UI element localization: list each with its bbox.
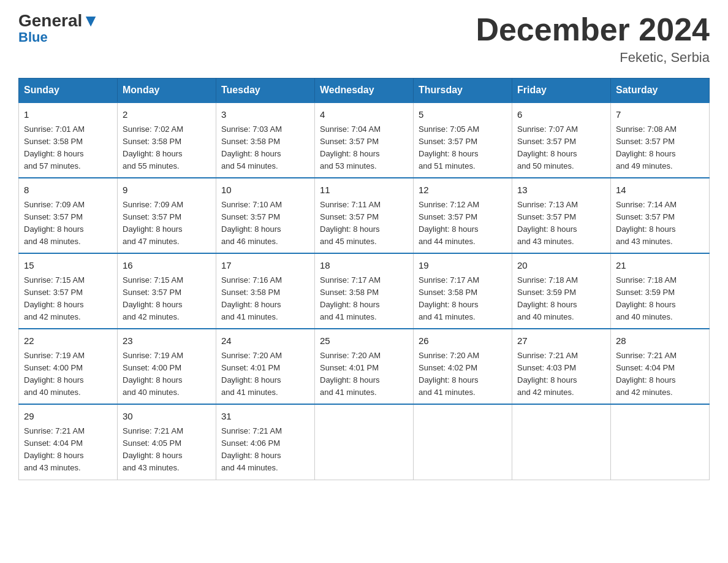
calendar-table: Sunday Monday Tuesday Wednesday Thursday… — [18, 78, 710, 480]
table-row: 17Sunrise: 7:16 AMSunset: 3:58 PMDayligh… — [216, 253, 315, 329]
table-row: 22Sunrise: 7:19 AMSunset: 4:00 PMDayligh… — [19, 329, 118, 404]
table-row: 18Sunrise: 7:17 AMSunset: 3:58 PMDayligh… — [315, 253, 414, 329]
table-row: 23Sunrise: 7:19 AMSunset: 4:00 PMDayligh… — [118, 329, 216, 404]
table-row: 20Sunrise: 7:18 AMSunset: 3:59 PMDayligh… — [512, 253, 611, 329]
table-row: 11Sunrise: 7:11 AMSunset: 3:57 PMDayligh… — [315, 178, 414, 253]
day-number: 21 — [616, 259, 704, 273]
table-row: 9Sunrise: 7:09 AMSunset: 3:57 PMDaylight… — [118, 178, 216, 253]
day-detail: Sunrise: 7:15 AMSunset: 3:57 PMDaylight:… — [24, 274, 112, 324]
day-number: 1 — [24, 108, 112, 122]
table-row: 16Sunrise: 7:15 AMSunset: 3:57 PMDayligh… — [118, 253, 216, 329]
day-detail: Sunrise: 7:19 AMSunset: 4:00 PMDaylight:… — [123, 350, 211, 399]
day-number: 23 — [123, 334, 211, 348]
day-detail: Sunrise: 7:19 AMSunset: 4:00 PMDaylight:… — [24, 350, 112, 399]
day-number: 3 — [221, 108, 309, 122]
table-row: 25Sunrise: 7:20 AMSunset: 4:01 PMDayligh… — [315, 329, 414, 404]
day-detail: Sunrise: 7:13 AMSunset: 3:57 PMDaylight:… — [517, 199, 605, 248]
day-number: 19 — [419, 259, 507, 273]
day-detail: Sunrise: 7:03 AMSunset: 3:58 PMDaylight:… — [221, 123, 309, 173]
calendar-week-4: 22Sunrise: 7:19 AMSunset: 4:00 PMDayligh… — [19, 329, 710, 404]
day-number: 11 — [320, 183, 408, 197]
table-row — [611, 404, 710, 480]
day-detail: Sunrise: 7:21 AMSunset: 4:06 PMDaylight:… — [221, 425, 309, 475]
table-row: 5Sunrise: 7:05 AMSunset: 3:57 PMDaylight… — [414, 102, 512, 178]
calendar-body: 1Sunrise: 7:01 AMSunset: 3:58 PMDaylight… — [19, 102, 710, 480]
calendar-week-3: 15Sunrise: 7:15 AMSunset: 3:57 PMDayligh… — [19, 253, 710, 329]
day-detail: Sunrise: 7:21 AMSunset: 4:04 PMDaylight:… — [616, 350, 704, 399]
day-detail: Sunrise: 7:21 AMSunset: 4:04 PMDaylight:… — [24, 425, 112, 475]
day-detail: Sunrise: 7:15 AMSunset: 3:57 PMDaylight:… — [123, 274, 211, 324]
calendar-header: Sunday Monday Tuesday Wednesday Thursday… — [19, 79, 710, 103]
day-detail: Sunrise: 7:02 AMSunset: 3:58 PMDaylight:… — [123, 123, 211, 173]
day-detail: Sunrise: 7:08 AMSunset: 3:57 PMDaylight:… — [616, 123, 704, 173]
logo-general-text: General▼ — [18, 12, 99, 29]
table-row — [512, 404, 611, 480]
day-detail: Sunrise: 7:20 AMSunset: 4:01 PMDaylight:… — [221, 350, 309, 399]
location-subtitle: Feketic, Serbia — [476, 50, 710, 66]
col-tuesday: Tuesday — [216, 79, 315, 103]
day-detail: Sunrise: 7:17 AMSunset: 3:58 PMDaylight:… — [419, 274, 507, 324]
day-number: 24 — [221, 334, 309, 348]
day-number: 25 — [320, 334, 408, 348]
logo-blue-text: Blue — [18, 31, 48, 44]
day-number: 22 — [24, 334, 112, 348]
day-number: 5 — [419, 108, 507, 122]
day-number: 8 — [24, 183, 112, 197]
table-row: 3Sunrise: 7:03 AMSunset: 3:58 PMDaylight… — [216, 102, 315, 178]
day-number: 18 — [320, 259, 408, 273]
table-row: 24Sunrise: 7:20 AMSunset: 4:01 PMDayligh… — [216, 329, 315, 404]
day-number: 14 — [616, 183, 704, 197]
title-section: December 2024 Feketic, Serbia — [476, 12, 710, 66]
day-number: 16 — [123, 259, 211, 273]
table-row: 31Sunrise: 7:21 AMSunset: 4:06 PMDayligh… — [216, 404, 315, 480]
day-number: 10 — [221, 183, 309, 197]
day-detail: Sunrise: 7:04 AMSunset: 3:57 PMDaylight:… — [320, 123, 408, 173]
table-row: 15Sunrise: 7:15 AMSunset: 3:57 PMDayligh… — [19, 253, 118, 329]
day-number: 6 — [517, 108, 605, 122]
table-row — [315, 404, 414, 480]
table-row: 8Sunrise: 7:09 AMSunset: 3:57 PMDaylight… — [19, 178, 118, 253]
col-wednesday: Wednesday — [315, 79, 414, 103]
day-detail: Sunrise: 7:01 AMSunset: 3:58 PMDaylight:… — [24, 123, 112, 173]
day-detail: Sunrise: 7:16 AMSunset: 3:58 PMDaylight:… — [221, 274, 309, 324]
calendar-week-2: 8Sunrise: 7:09 AMSunset: 3:57 PMDaylight… — [19, 178, 710, 253]
table-row: 13Sunrise: 7:13 AMSunset: 3:57 PMDayligh… — [512, 178, 611, 253]
col-friday: Friday — [512, 79, 611, 103]
day-detail: Sunrise: 7:12 AMSunset: 3:57 PMDaylight:… — [419, 199, 507, 248]
day-number: 15 — [24, 259, 112, 273]
day-detail: Sunrise: 7:17 AMSunset: 3:58 PMDaylight:… — [320, 274, 408, 324]
table-row — [414, 404, 512, 480]
table-row: 21Sunrise: 7:18 AMSunset: 3:59 PMDayligh… — [611, 253, 710, 329]
col-sunday: Sunday — [19, 79, 118, 103]
day-number: 29 — [24, 410, 112, 424]
day-detail: Sunrise: 7:18 AMSunset: 3:59 PMDaylight:… — [616, 274, 704, 324]
day-number: 27 — [517, 334, 605, 348]
table-row: 7Sunrise: 7:08 AMSunset: 3:57 PMDaylight… — [611, 102, 710, 178]
logo: General▼ Blue — [18, 12, 99, 44]
day-detail: Sunrise: 7:11 AMSunset: 3:57 PMDaylight:… — [320, 199, 408, 248]
day-number: 9 — [123, 183, 211, 197]
month-year-title: December 2024 — [476, 12, 710, 47]
col-monday: Monday — [118, 79, 216, 103]
table-row: 26Sunrise: 7:20 AMSunset: 4:02 PMDayligh… — [414, 329, 512, 404]
table-row: 30Sunrise: 7:21 AMSunset: 4:05 PMDayligh… — [118, 404, 216, 480]
day-number: 7 — [616, 108, 704, 122]
day-number: 12 — [419, 183, 507, 197]
day-detail: Sunrise: 7:21 AMSunset: 4:03 PMDaylight:… — [517, 350, 605, 399]
table-row: 29Sunrise: 7:21 AMSunset: 4:04 PMDayligh… — [19, 404, 118, 480]
table-row: 28Sunrise: 7:21 AMSunset: 4:04 PMDayligh… — [611, 329, 710, 404]
table-row: 27Sunrise: 7:21 AMSunset: 4:03 PMDayligh… — [512, 329, 611, 404]
table-row: 1Sunrise: 7:01 AMSunset: 3:58 PMDaylight… — [19, 102, 118, 178]
day-number: 28 — [616, 334, 704, 348]
day-number: 4 — [320, 108, 408, 122]
table-row: 2Sunrise: 7:02 AMSunset: 3:58 PMDaylight… — [118, 102, 216, 178]
table-row: 4Sunrise: 7:04 AMSunset: 3:57 PMDaylight… — [315, 102, 414, 178]
day-number: 2 — [123, 108, 211, 122]
day-detail: Sunrise: 7:10 AMSunset: 3:57 PMDaylight:… — [221, 199, 309, 248]
day-detail: Sunrise: 7:20 AMSunset: 4:01 PMDaylight:… — [320, 350, 408, 399]
table-row: 10Sunrise: 7:10 AMSunset: 3:57 PMDayligh… — [216, 178, 315, 253]
page-header: General▼ Blue December 2024 Feketic, Ser… — [18, 12, 710, 66]
day-number: 13 — [517, 183, 605, 197]
table-row: 14Sunrise: 7:14 AMSunset: 3:57 PMDayligh… — [611, 178, 710, 253]
day-detail: Sunrise: 7:18 AMSunset: 3:59 PMDaylight:… — [517, 274, 605, 324]
